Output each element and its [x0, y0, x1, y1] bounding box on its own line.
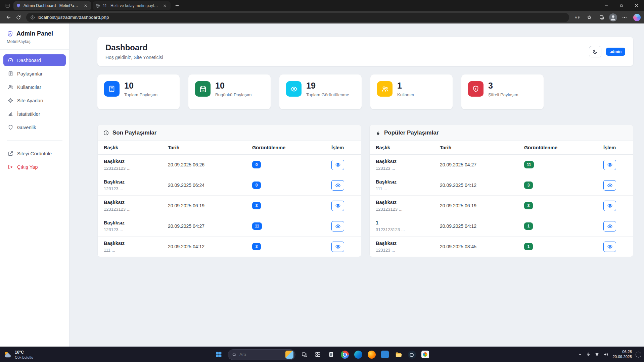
post-date: 20.09.2025 06:26 — [167, 158, 251, 171]
post-title: Başlıksız — [104, 241, 165, 246]
more-menu-icon[interactable] — [619, 12, 630, 22]
search-highlight-icon[interactable] — [285, 351, 293, 359]
post-date: 20.09.2025 04:12 — [439, 219, 523, 233]
copilot-icon[interactable] — [633, 14, 641, 21]
window-controls — [599, 0, 644, 11]
views-badge: 3 — [524, 202, 533, 209]
theme-toggle-button[interactable] — [589, 46, 601, 57]
view-button[interactable] — [603, 201, 616, 211]
taskbar-clock[interactable]: 06:28 20.09.2025 — [612, 349, 632, 360]
eye-icon — [607, 244, 613, 250]
sidebar-item-label: Paylaşımlar — [17, 71, 43, 76]
refresh-button[interactable] — [13, 12, 24, 22]
views-badge: 1 — [524, 243, 533, 250]
start-button[interactable] — [214, 350, 223, 359]
eye-icon — [607, 203, 613, 209]
hidden-icons-chevron-icon[interactable] — [578, 352, 582, 357]
notification-center-icon[interactable] — [636, 352, 641, 357]
firefox-icon[interactable] — [367, 350, 376, 359]
view-button[interactable] — [331, 160, 344, 170]
recent-posts-table: Son Paylaşımlar Başlık Tarih Görüntülenm… — [97, 125, 361, 257]
eye-icon — [607, 223, 613, 229]
photos-icon[interactable] — [421, 350, 430, 359]
post-snippet: 123123 ... — [376, 166, 437, 171]
task-view-icon[interactable] — [300, 350, 309, 359]
chrome-icon[interactable] — [340, 350, 349, 359]
steam-icon[interactable] — [407, 350, 416, 359]
views-badge: 11 — [524, 161, 534, 168]
sidebar-item-paylasimlar[interactable]: Paylaşımlar — [3, 68, 66, 80]
stat-card-toplam-paylasim: 10 Toplam Paylaşım — [97, 74, 180, 109]
tab-actions-icon[interactable] — [3, 1, 12, 10]
widgets-icon[interactable] — [313, 350, 322, 359]
view-button[interactable] — [331, 201, 344, 211]
network-icon[interactable] — [594, 352, 600, 357]
sidebar-item-cikis-yap[interactable]: Çıkış Yap — [3, 161, 66, 173]
view-button[interactable] — [603, 242, 616, 252]
sidebar-item-label: Siteyi Görüntüle — [17, 151, 52, 156]
maximize-button[interactable] — [614, 0, 629, 11]
clock-date: 20.09.2025 — [612, 355, 632, 360]
view-button[interactable] — [331, 180, 344, 191]
browser-tab-inactive[interactable]: 11 - Hızlı ve kolay metin paylaşım — [93, 1, 171, 10]
stat-value: 10 — [215, 81, 251, 90]
edge-icon[interactable] — [354, 350, 363, 359]
sidebar-item-label: Kullanıcılar — [17, 85, 41, 90]
column-header: İşlem — [602, 141, 628, 154]
browser-tab-active[interactable]: Admin Dashboard - MetinPaylaş — [13, 1, 91, 10]
site-info-icon[interactable] — [30, 15, 35, 20]
sidebar-item-dashboard[interactable]: Dashboard — [3, 54, 66, 66]
post-snippet: 123123123 ... — [376, 207, 437, 212]
address-bar[interactable]: localhost/just/admin/dashboard.php — [26, 13, 569, 22]
page-subtitle: Hoş geldiniz, Site Yöneticisi — [105, 55, 163, 60]
new-tab-button[interactable] — [173, 1, 181, 10]
close-window-button[interactable] — [629, 0, 644, 11]
tab-close-icon[interactable] — [83, 3, 89, 9]
sidebar-item-label: Dashboard — [17, 58, 41, 63]
microphone-icon[interactable] — [586, 352, 591, 357]
table-row: Başlıksız123123 ... 20.09.2025 06:24 0 — [98, 175, 361, 196]
sidebar-item-kullanicilar[interactable]: Kullanıcılar — [3, 81, 66, 93]
favorite-star-icon[interactable] — [584, 12, 594, 22]
post-snippet: 123123 ... — [104, 186, 165, 191]
table-row: Başlıksız123123 ... 20.09.2025 04:27 11 — [370, 155, 633, 175]
stat-value: 10 — [124, 81, 157, 90]
sidebar-item-guvenlik[interactable]: Güvenlik — [3, 121, 66, 133]
taskbar-search[interactable] — [228, 349, 295, 360]
sidebar-item-siteyi-goruntule[interactable]: Siteyi Görüntüle — [3, 148, 66, 159]
sidebar-item-istatistikler[interactable]: İstatistikler — [3, 108, 66, 120]
collections-icon[interactable] — [597, 12, 607, 22]
stat-label: Bugünkü Paylaşım — [215, 92, 251, 98]
tab-title: 11 - Hızlı ve kolay metin paylaşım — [103, 3, 159, 8]
views-badge: 3 — [252, 243, 261, 250]
view-button[interactable] — [603, 221, 616, 231]
volume-icon[interactable] — [603, 352, 609, 357]
minimize-button[interactable] — [599, 0, 614, 11]
back-button[interactable] — [3, 12, 13, 22]
views-badge: 0 — [252, 182, 261, 189]
file-explorer-icon[interactable] — [394, 350, 403, 359]
views-badge: 11 — [252, 222, 262, 230]
weather-widget[interactable]: 16°C Çok bulutlu — [3, 350, 33, 359]
eye-icon — [286, 81, 302, 97]
post-snippet: 123123 ... — [104, 227, 165, 232]
sidebar-item-site-ayarlari[interactable]: Site Ayarları — [3, 95, 66, 106]
view-button[interactable] — [331, 242, 344, 252]
search-input[interactable] — [239, 352, 283, 357]
view-button[interactable] — [331, 221, 344, 231]
url-text: localhost/just/admin/dashboard.php — [38, 15, 109, 20]
notepad-icon[interactable] — [327, 350, 336, 359]
post-date: 20.09.2025 04:27 — [167, 219, 251, 233]
users-icon — [8, 84, 13, 90]
profile-avatar[interactable] — [609, 13, 617, 21]
gauge-icon — [8, 57, 13, 63]
tab-close-icon[interactable] — [162, 3, 168, 9]
view-button[interactable] — [603, 160, 616, 170]
vscode-icon[interactable] — [380, 350, 389, 359]
browser-titlebar: Admin Dashboard - MetinPaylaş 11 - Hızlı… — [0, 0, 644, 11]
view-button[interactable] — [603, 180, 616, 191]
table-row: Başlıksız123123123 ... 20.09.2025 06:19 … — [370, 196, 633, 216]
post-date: 20.09.2025 04:12 — [439, 178, 523, 192]
stat-card-kullanici: 1 Kullanıcı — [370, 74, 453, 109]
read-aloud-icon[interactable]: A — [572, 12, 582, 22]
